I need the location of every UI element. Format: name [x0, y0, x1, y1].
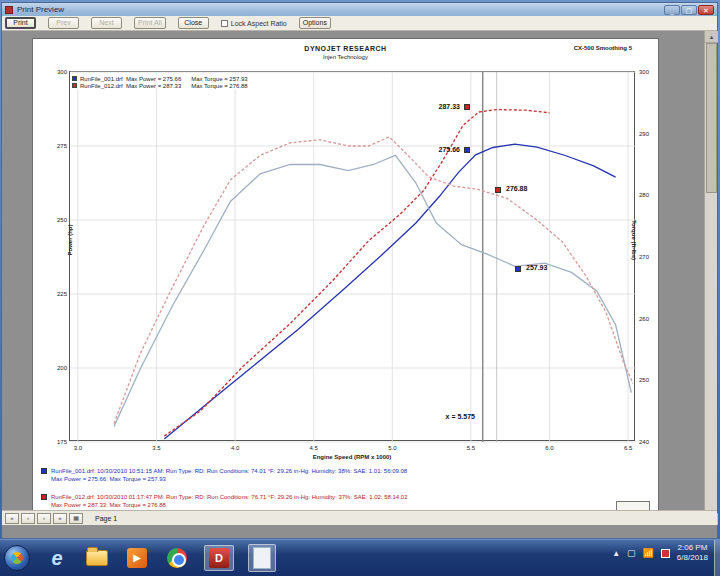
x-axis-label: Engine Speed (RPM x 1000) — [70, 454, 634, 460]
taskbar-item-explorer[interactable] — [84, 545, 110, 571]
run1-color-swatch — [41, 468, 47, 474]
tick-label: 300 — [639, 69, 659, 75]
run2-annotation: RunFile_012.drf: 10/30/2010 01:17:47 PM:… — [41, 493, 461, 509]
scroll-thumb[interactable] — [706, 43, 717, 193]
taskbar-item-chrome[interactable] — [164, 545, 190, 571]
tick-label: 300 — [45, 69, 67, 75]
max-torque-label-red: 276.88 — [506, 185, 527, 192]
run2-max: Max Power = 287.33: Max Torque = 276.88 — [51, 501, 451, 509]
tick-label: 5.5 — [461, 445, 481, 451]
vertical-scrollbar[interactable]: ▲ ▼ — [704, 31, 717, 525]
chrome-icon — [167, 548, 187, 568]
preview-area: DYNOJET RESEARCH Injen Technology CX-500… — [2, 31, 717, 525]
taskbar-item-dyno-app-active[interactable]: D — [204, 545, 234, 571]
taskbar-item-internet-explorer[interactable]: e — [44, 545, 70, 571]
nav-last-button[interactable]: » — [53, 513, 67, 524]
clock-date: 6/8/2018 — [677, 553, 708, 563]
max-power-label-blue: 275.66 — [410, 146, 460, 153]
media-player-icon: ▶ — [127, 548, 147, 568]
taskbar: e ▶ D ▲ ▢ 📶 2:06 PM 6/8/2018 — [0, 539, 720, 576]
document-app-icon — [253, 547, 271, 569]
tray-expand-icon[interactable]: ▲ — [612, 549, 620, 558]
print-button[interactable]: Print — [5, 17, 36, 29]
nav-next-button[interactable]: › — [37, 513, 51, 524]
tick-label: 225 — [45, 291, 67, 297]
print-all-button[interactable]: Print All — [134, 17, 166, 29]
tick-label: 5.0 — [382, 445, 402, 451]
legend-text: RunFile_012.drf Max Power = 287.33 Max T… — [80, 83, 248, 89]
report-subtitle: Injen Technology — [33, 54, 658, 60]
max-torque-label-blue: 257.93 — [526, 264, 547, 271]
folder-icon — [86, 550, 108, 566]
tick-label: 175 — [45, 439, 67, 445]
dyno-app-icon: D — [209, 548, 229, 568]
max-power-marker-blue — [464, 147, 470, 153]
maximize-button[interactable]: ▢ — [681, 5, 697, 15]
run1-annotation: RunFile_001.drf: 10/30/2010 10:51:15 AM:… — [41, 467, 461, 483]
tray-window-icon[interactable]: ▢ — [627, 548, 636, 558]
app-window: Print Preview _ ▢ ✕ Print Prev Next Prin… — [1, 2, 718, 539]
legend-color-swatch — [72, 76, 77, 81]
windows-logo-icon — [9, 550, 26, 567]
options-button[interactable]: Options — [299, 17, 331, 29]
max-torque-marker-blue — [515, 266, 521, 272]
chart-legend: RunFile_001.drf Max Power = 275.66 Max T… — [72, 75, 248, 89]
chart-canvas — [70, 72, 636, 442]
tick-label: 4.5 — [304, 445, 324, 451]
run2-color-swatch — [41, 494, 47, 500]
legend-color-swatch — [72, 83, 77, 88]
right-axis-label: Torque (ft-lbs) — [631, 200, 637, 280]
left-axis-label: Power (hp) — [67, 210, 73, 270]
tick-label: 275 — [45, 143, 67, 149]
close-window-button[interactable]: ✕ — [698, 5, 714, 15]
report-company: DYNOJET RESEARCH — [33, 45, 658, 52]
tray-alert-icon[interactable] — [661, 549, 670, 558]
tick-label: 200 — [45, 365, 67, 371]
tray-network-icon[interactable]: 📶 — [643, 548, 654, 558]
tick-label: 4.0 — [225, 445, 245, 451]
run2-info: RunFile_012.drf: 10/30/2010 01:17:47 PM:… — [51, 493, 451, 501]
tick-label: 270 — [639, 254, 659, 260]
tick-label: 290 — [639, 131, 659, 137]
max-power-label-red: 287.33 — [410, 103, 460, 110]
report-settings: CX-500 Smoothing 5 — [574, 45, 632, 51]
scroll-up-arrow[interactable]: ▲ — [705, 31, 718, 43]
tick-label: 280 — [639, 192, 659, 198]
page-number-label: Page 1 — [95, 515, 117, 522]
legend-row: RunFile_012.drf Max Power = 287.33 Max T… — [72, 82, 248, 89]
status-bar: « ‹ › » ▦ Page 1 — [2, 510, 717, 525]
nav-first-button[interactable]: « — [5, 513, 19, 524]
legend-text: RunFile_001.drf Max Power = 275.66 Max T… — [80, 76, 248, 82]
tick-label: 250 — [639, 377, 659, 383]
legend-row: RunFile_001.drf Max Power = 275.66 Max T… — [72, 75, 248, 82]
tick-label: 240 — [639, 439, 659, 445]
prev-button[interactable]: Prev — [48, 17, 79, 29]
tick-label: 6.5 — [618, 445, 638, 451]
nav-grid-button[interactable]: ▦ — [69, 513, 83, 524]
nav-prev-button[interactable]: ‹ — [21, 513, 35, 524]
preview-page: DYNOJET RESEARCH Injen Technology CX-500… — [32, 38, 659, 521]
cursor-position-label: x = 5.575 — [400, 413, 475, 420]
toolbar: Print Prev Next Print All Close Lock Asp… — [2, 16, 717, 31]
taskbar-clock[interactable]: 2:06 PM 6/8/2018 — [677, 543, 716, 563]
app-icon — [5, 6, 13, 14]
minimize-button[interactable]: _ — [664, 5, 680, 15]
next-button[interactable]: Next — [91, 17, 122, 29]
max-torque-marker-red — [495, 187, 501, 193]
taskbar-item-document-app[interactable] — [248, 544, 276, 572]
title-bar[interactable]: Print Preview _ ▢ ✕ — [2, 3, 717, 16]
tick-label: 3.0 — [68, 445, 88, 451]
lock-aspect-checkbox[interactable] — [221, 20, 228, 27]
run1-max: Max Power = 275.66: Max Torque = 257.93 — [51, 475, 451, 483]
start-button[interactable] — [4, 545, 30, 571]
internet-explorer-icon: e — [51, 547, 62, 570]
show-desktop-button[interactable] — [714, 540, 720, 576]
close-button[interactable]: Close — [178, 17, 209, 29]
tick-label: 6.0 — [540, 445, 560, 451]
tick-label: 3.5 — [146, 445, 166, 451]
taskbar-item-media-player[interactable]: ▶ — [124, 545, 150, 571]
window-title: Print Preview — [17, 5, 664, 14]
run1-info: RunFile_001.drf: 10/30/2010 10:51:15 AM:… — [51, 467, 451, 475]
tick-label: 260 — [639, 316, 659, 322]
clock-time: 2:06 PM — [677, 543, 708, 553]
